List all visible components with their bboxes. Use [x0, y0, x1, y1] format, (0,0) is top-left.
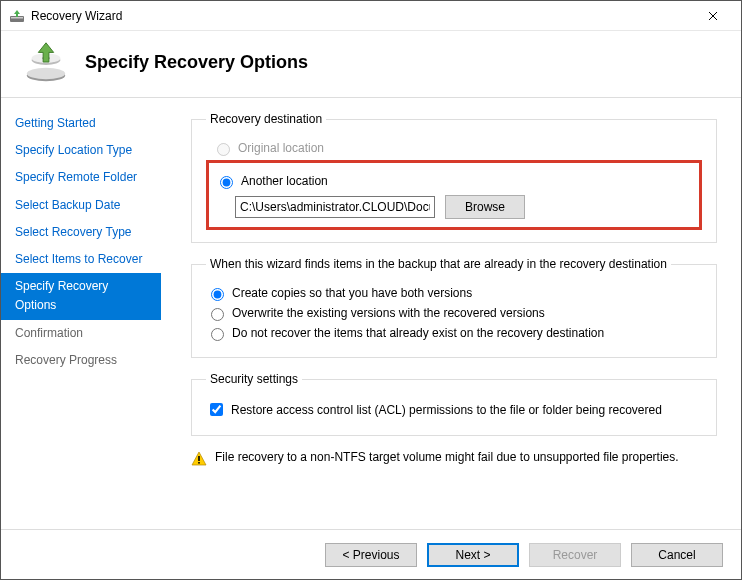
skip-row: Do not recover the items that already ex…	[206, 325, 702, 341]
wizard-content: Recovery destination Original location A…	[161, 98, 741, 528]
next-button[interactable]: Next >	[427, 543, 519, 567]
page-title: Specify Recovery Options	[85, 52, 308, 73]
another-location-row: Another location	[215, 173, 689, 189]
recovery-destination-legend: Recovery destination	[206, 112, 326, 126]
svg-rect-1	[11, 17, 23, 19]
sidebar-item-location-type[interactable]: Specify Location Type	[1, 137, 161, 164]
sidebar-item-select-items[interactable]: Select Items to Recover	[1, 246, 161, 273]
restore-acl-label: Restore access control list (ACL) permis…	[231, 403, 662, 417]
wizard-body: Getting Started Specify Location Type Sp…	[1, 98, 741, 528]
sidebar-item-getting-started[interactable]: Getting Started	[1, 110, 161, 137]
overwrite-row: Overwrite the existing versions with the…	[206, 305, 702, 321]
create-copies-label: Create copies so that you have both vers…	[232, 286, 472, 300]
conflict-legend: When this wizard finds items in the back…	[206, 257, 671, 271]
warning-icon	[191, 451, 207, 467]
browse-button[interactable]: Browse	[445, 195, 525, 219]
original-location-label: Original location	[238, 141, 324, 155]
sidebar-item-recovery-progress: Recovery Progress	[1, 347, 161, 374]
svg-point-3	[27, 68, 65, 80]
svg-rect-7	[198, 456, 200, 461]
original-location-row: Original location	[212, 140, 702, 156]
skip-label: Do not recover the items that already ex…	[232, 326, 604, 340]
overwrite-label: Overwrite the existing versions with the…	[232, 306, 545, 320]
window-title: Recovery Wizard	[31, 9, 693, 23]
previous-button[interactable]: < Previous	[325, 543, 417, 567]
create-copies-row: Create copies so that you have both vers…	[206, 285, 702, 301]
cancel-button[interactable]: Cancel	[631, 543, 723, 567]
recover-button: Recover	[529, 543, 621, 567]
security-legend: Security settings	[206, 372, 302, 386]
sidebar-item-remote-folder[interactable]: Specify Remote Folder	[1, 164, 161, 191]
overwrite-radio[interactable]	[211, 308, 224, 321]
wizard-footer: < Previous Next > Recover Cancel	[1, 529, 741, 579]
sidebar-item-backup-date[interactable]: Select Backup Date	[1, 192, 161, 219]
svg-rect-8	[198, 462, 200, 464]
create-copies-radio[interactable]	[211, 288, 224, 301]
conflict-resolution-group: When this wizard finds items in the back…	[191, 257, 717, 358]
sidebar-item-confirmation: Confirmation	[1, 320, 161, 347]
path-row: Browse	[235, 195, 689, 219]
another-location-highlight: Another location Browse	[206, 160, 702, 230]
original-location-radio	[217, 143, 230, 156]
app-icon	[9, 8, 25, 24]
wizard-header: Specify Recovery Options	[1, 31, 741, 98]
skip-radio[interactable]	[211, 328, 224, 341]
title-bar: Recovery Wizard	[1, 1, 741, 31]
warning-text: File recovery to a non-NTFS target volum…	[215, 450, 679, 464]
destination-path-input[interactable]	[235, 196, 435, 218]
close-button[interactable]	[693, 2, 733, 30]
another-location-radio[interactable]	[220, 176, 233, 189]
recovery-logo-icon	[23, 39, 69, 85]
another-location-label: Another location	[241, 174, 328, 188]
sidebar-item-recovery-type[interactable]: Select Recovery Type	[1, 219, 161, 246]
warning-row: File recovery to a non-NTFS target volum…	[191, 450, 717, 467]
acl-row: Restore access control list (ACL) permis…	[206, 400, 702, 419]
security-settings-group: Security settings Restore access control…	[191, 372, 717, 436]
sidebar-item-recovery-options[interactable]: Specify Recovery Options	[1, 273, 161, 319]
restore-acl-checkbox[interactable]	[210, 403, 223, 416]
wizard-steps-sidebar: Getting Started Specify Location Type Sp…	[1, 98, 161, 528]
recovery-destination-group: Recovery destination Original location A…	[191, 112, 717, 243]
